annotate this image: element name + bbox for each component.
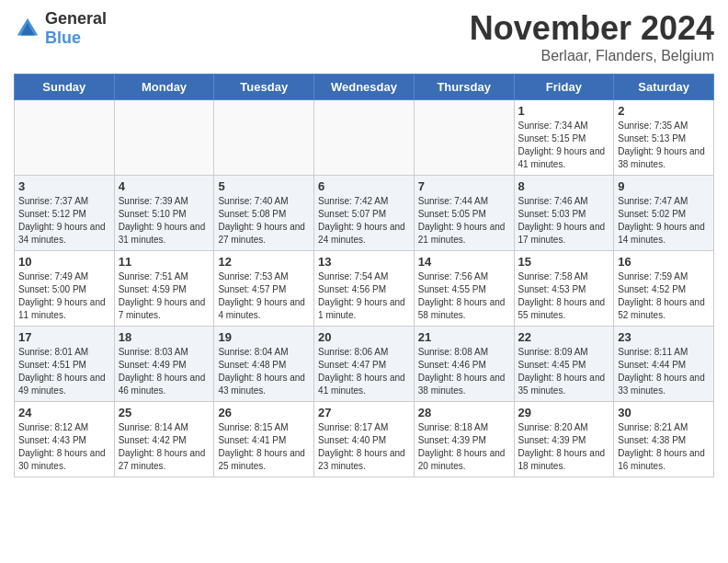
day-number: 21 xyxy=(418,330,510,344)
week-row-5: 24Sunrise: 8:12 AMSunset: 4:43 PMDayligh… xyxy=(15,402,714,477)
day-number: 22 xyxy=(518,330,610,344)
day-cell xyxy=(314,100,415,176)
day-number: 13 xyxy=(318,255,410,269)
day-cell: 14Sunrise: 7:56 AMSunset: 4:55 PMDayligh… xyxy=(414,251,514,327)
month-title: November 2024 xyxy=(470,9,714,48)
day-cell xyxy=(15,100,115,176)
day-number: 24 xyxy=(18,406,110,419)
day-cell: 11Sunrise: 7:51 AMSunset: 4:59 PMDayligh… xyxy=(114,251,214,327)
day-cell: 1Sunrise: 7:34 AMSunset: 5:15 PMDaylight… xyxy=(514,100,614,176)
day-info: Sunrise: 7:40 AMSunset: 5:08 PMDaylight:… xyxy=(218,195,310,247)
day-info: Sunrise: 8:21 AMSunset: 4:38 PMDaylight:… xyxy=(618,421,710,473)
logo-text: General Blue xyxy=(45,9,107,48)
day-info: Sunrise: 8:17 AMSunset: 4:40 PMDaylight:… xyxy=(318,421,410,473)
day-info: Sunrise: 7:53 AMSunset: 4:57 PMDaylight:… xyxy=(218,270,310,322)
day-number: 1 xyxy=(518,104,610,118)
day-info: Sunrise: 7:59 AMSunset: 4:52 PMDaylight:… xyxy=(618,270,710,322)
day-info: Sunrise: 8:01 AMSunset: 4:51 PMDaylight:… xyxy=(18,346,110,397)
day-number: 5 xyxy=(218,179,310,193)
title-area: November 2024 Berlaar, Flanders, Belgium xyxy=(470,9,714,64)
day-number: 28 xyxy=(418,406,510,419)
day-number: 30 xyxy=(618,406,710,419)
day-info: Sunrise: 8:14 AMSunset: 4:42 PMDaylight:… xyxy=(119,421,210,473)
col-header-monday: Monday xyxy=(114,75,214,100)
day-cell: 10Sunrise: 7:49 AMSunset: 5:00 PMDayligh… xyxy=(15,251,115,327)
day-info: Sunrise: 8:06 AMSunset: 4:47 PMDaylight:… xyxy=(318,346,410,397)
day-number: 16 xyxy=(618,255,710,269)
day-cell xyxy=(414,100,514,176)
header: General Blue November 2024 Berlaar, Flan… xyxy=(14,9,714,64)
day-cell: 6Sunrise: 7:42 AMSunset: 5:07 PMDaylight… xyxy=(314,176,415,251)
logo-icon xyxy=(14,15,41,42)
day-number: 26 xyxy=(218,406,310,419)
day-number: 4 xyxy=(119,179,210,193)
day-info: Sunrise: 8:18 AMSunset: 4:39 PMDaylight:… xyxy=(418,421,510,473)
day-info: Sunrise: 7:56 AMSunset: 4:55 PMDaylight:… xyxy=(418,270,510,322)
col-header-wednesday: Wednesday xyxy=(314,75,415,100)
day-cell: 13Sunrise: 7:54 AMSunset: 4:56 PMDayligh… xyxy=(314,251,415,327)
day-info: Sunrise: 7:46 AMSunset: 5:03 PMDaylight:… xyxy=(518,195,610,247)
day-info: Sunrise: 7:51 AMSunset: 4:59 PMDaylight:… xyxy=(119,270,210,322)
day-number: 14 xyxy=(418,255,510,269)
day-cell: 26Sunrise: 8:15 AMSunset: 4:41 PMDayligh… xyxy=(214,402,314,477)
day-cell: 9Sunrise: 7:47 AMSunset: 5:02 PMDaylight… xyxy=(614,176,714,251)
day-cell: 30Sunrise: 8:21 AMSunset: 4:38 PMDayligh… xyxy=(614,402,714,477)
calendar-table: SundayMondayTuesdayWednesdayThursdayFrid… xyxy=(14,74,714,477)
day-number: 15 xyxy=(518,255,610,269)
day-info: Sunrise: 7:47 AMSunset: 5:02 PMDaylight:… xyxy=(618,195,710,247)
day-info: Sunrise: 8:08 AMSunset: 4:46 PMDaylight:… xyxy=(418,346,510,397)
week-row-4: 17Sunrise: 8:01 AMSunset: 4:51 PMDayligh… xyxy=(15,327,714,402)
day-cell: 24Sunrise: 8:12 AMSunset: 4:43 PMDayligh… xyxy=(15,402,115,477)
col-header-tuesday: Tuesday xyxy=(214,75,314,100)
day-number: 6 xyxy=(318,179,410,193)
day-number: 7 xyxy=(418,179,510,193)
day-info: Sunrise: 7:44 AMSunset: 5:05 PMDaylight:… xyxy=(418,195,510,247)
logo: General Blue xyxy=(14,9,107,48)
day-info: Sunrise: 8:04 AMSunset: 4:48 PMDaylight:… xyxy=(218,346,310,397)
day-info: Sunrise: 7:42 AMSunset: 5:07 PMDaylight:… xyxy=(318,195,410,247)
day-number: 19 xyxy=(218,330,310,344)
day-info: Sunrise: 7:58 AMSunset: 4:53 PMDaylight:… xyxy=(518,270,610,322)
day-cell: 18Sunrise: 8:03 AMSunset: 4:49 PMDayligh… xyxy=(114,327,214,402)
day-info: Sunrise: 7:37 AMSunset: 5:12 PMDaylight:… xyxy=(18,195,110,247)
day-number: 12 xyxy=(218,255,310,269)
day-cell: 4Sunrise: 7:39 AMSunset: 5:10 PMDaylight… xyxy=(114,176,214,251)
header-row: SundayMondayTuesdayWednesdayThursdayFrid… xyxy=(15,75,714,100)
day-number: 25 xyxy=(119,406,210,419)
day-cell: 12Sunrise: 7:53 AMSunset: 4:57 PMDayligh… xyxy=(214,251,314,327)
day-cell: 22Sunrise: 8:09 AMSunset: 4:45 PMDayligh… xyxy=(514,327,614,402)
day-cell xyxy=(214,100,314,176)
day-number: 10 xyxy=(18,255,110,269)
day-cell: 21Sunrise: 8:08 AMSunset: 4:46 PMDayligh… xyxy=(414,327,514,402)
day-info: Sunrise: 8:12 AMSunset: 4:43 PMDaylight:… xyxy=(18,421,110,473)
day-info: Sunrise: 7:39 AMSunset: 5:10 PMDaylight:… xyxy=(119,195,210,247)
day-cell: 20Sunrise: 8:06 AMSunset: 4:47 PMDayligh… xyxy=(314,327,415,402)
day-cell: 17Sunrise: 8:01 AMSunset: 4:51 PMDayligh… xyxy=(15,327,115,402)
week-row-1: 1Sunrise: 7:34 AMSunset: 5:15 PMDaylight… xyxy=(15,100,714,176)
day-cell: 19Sunrise: 8:04 AMSunset: 4:48 PMDayligh… xyxy=(214,327,314,402)
col-header-sunday: Sunday xyxy=(15,75,115,100)
day-number: 3 xyxy=(18,179,110,193)
day-number: 27 xyxy=(318,406,410,419)
location: Berlaar, Flanders, Belgium xyxy=(470,48,714,64)
day-cell: 7Sunrise: 7:44 AMSunset: 5:05 PMDaylight… xyxy=(414,176,514,251)
day-number: 8 xyxy=(518,179,610,193)
day-number: 9 xyxy=(618,179,710,193)
day-cell: 5Sunrise: 7:40 AMSunset: 5:08 PMDaylight… xyxy=(214,176,314,251)
day-number: 11 xyxy=(119,255,210,269)
day-cell: 3Sunrise: 7:37 AMSunset: 5:12 PMDaylight… xyxy=(15,176,115,251)
day-cell: 29Sunrise: 8:20 AMSunset: 4:39 PMDayligh… xyxy=(514,402,614,477)
day-info: Sunrise: 8:03 AMSunset: 4:49 PMDaylight:… xyxy=(119,346,210,397)
day-cell: 27Sunrise: 8:17 AMSunset: 4:40 PMDayligh… xyxy=(314,402,415,477)
day-cell: 25Sunrise: 8:14 AMSunset: 4:42 PMDayligh… xyxy=(114,402,214,477)
day-cell xyxy=(114,100,214,176)
day-cell: 28Sunrise: 8:18 AMSunset: 4:39 PMDayligh… xyxy=(414,402,514,477)
day-cell: 16Sunrise: 7:59 AMSunset: 4:52 PMDayligh… xyxy=(614,251,714,327)
day-cell: 15Sunrise: 7:58 AMSunset: 4:53 PMDayligh… xyxy=(514,251,614,327)
day-info: Sunrise: 8:11 AMSunset: 4:44 PMDaylight:… xyxy=(618,346,710,397)
day-info: Sunrise: 8:15 AMSunset: 4:41 PMDaylight:… xyxy=(218,421,310,473)
col-header-thursday: Thursday xyxy=(414,75,514,100)
day-number: 2 xyxy=(618,104,710,118)
col-header-saturday: Saturday xyxy=(614,75,714,100)
day-cell: 23Sunrise: 8:11 AMSunset: 4:44 PMDayligh… xyxy=(614,327,714,402)
